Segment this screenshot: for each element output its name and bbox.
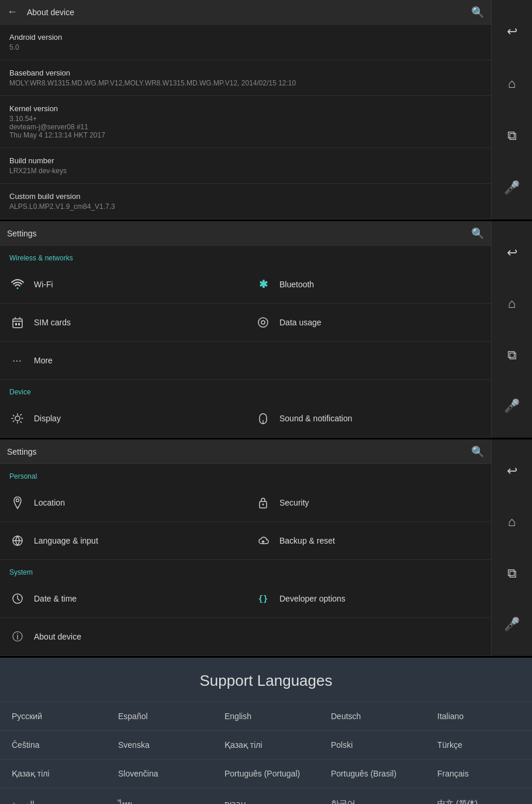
backup-item[interactable]: Backup & reset — [246, 522, 491, 560]
android-version-value: 5.0 — [9, 43, 482, 51]
language-row: РусскийEspañolEnglishDeutschItaliano — [0, 702, 532, 731]
build-number-row: Build number LRX21M dev-keys — [0, 148, 491, 184]
recents-icon[interactable]: ⧉ — [499, 123, 525, 149]
search-button[interactable]: 🔍 — [471, 6, 484, 19]
custom-build-value: ALPS.L0.MP2.V1.9_cm84_V1.7.3 — [9, 202, 482, 211]
developer-item[interactable]: {} Developer options — [246, 580, 491, 618]
build-number-value: LRX21M dev-keys — [9, 167, 482, 175]
search-icon[interactable]: 🔍 — [471, 227, 484, 240]
security-label: Security — [279, 498, 309, 507]
kernel-version-label: Kernel version — [9, 104, 482, 113]
wifi-item[interactable]: Wi-Fi — [0, 266, 246, 304]
sound-label: Sound & notification — [279, 414, 353, 423]
language-cell: Қазақ тілі — [0, 760, 106, 788]
home-icon[interactable]: ⌂ — [499, 71, 525, 97]
panel1-sidebar: ↩ ⌂ ⧉ 🎤 — [491, 0, 532, 219]
about-device-topbar: ← About device 🔍 — [0, 0, 491, 25]
svg-point-7 — [16, 499, 19, 502]
home-icon[interactable]: ⌂ — [499, 291, 525, 317]
device-section-header: Device — [0, 380, 491, 400]
svg-rect-0 — [13, 319, 22, 328]
settings-personal-content: Settings 🔍 Personal Location — [0, 439, 491, 656]
back-icon[interactable]: ↩ — [499, 240, 525, 266]
settings-personal-panel: Settings 🔍 Personal Location — [0, 439, 532, 658]
panel3-sidebar: ↩ ⌂ ⧉ 🎤 — [491, 439, 532, 656]
build-number-label: Build number — [9, 156, 482, 165]
more-item[interactable]: ⋯ More — [0, 342, 491, 380]
about-icon: ⓘ — [9, 628, 26, 645]
bluetooth-item[interactable]: ✱ Bluetooth — [246, 266, 491, 304]
language-cell: Polski — [319, 731, 426, 760]
datausage-icon — [255, 314, 271, 331]
baseband-version-row: Baseband version MOLY.WR8.W1315.MD.WG.MP… — [0, 60, 491, 96]
android-version-label: Android version — [9, 33, 482, 42]
device-grid: Display Sound & notification — [0, 400, 491, 438]
datetime-label: Date & time — [34, 594, 77, 603]
settings2-title: Settings — [7, 447, 471, 456]
settings2-topbar: Settings 🔍 — [0, 439, 491, 464]
wifi-label: Wi-Fi — [34, 280, 53, 289]
display-icon — [9, 410, 26, 427]
system-grid: Date & time {} Developer options ⓘ About… — [0, 580, 491, 656]
recents-icon[interactable]: ⧉ — [499, 561, 525, 586]
language-cell: Slovenčina — [106, 760, 213, 788]
datausage-label: Data usage — [279, 318, 322, 327]
simcards-item[interactable]: SIM cards — [0, 304, 246, 342]
about-device-title: About device — [27, 8, 471, 17]
language-cell: English — [213, 702, 319, 731]
language-cell: العربية — [0, 788, 106, 805]
svg-point-4 — [261, 321, 265, 324]
mic-icon[interactable]: 🎤 — [499, 611, 525, 637]
system-section-header: System — [0, 560, 491, 580]
wireless-section-header: Wireless & networks — [0, 246, 491, 266]
language-cell: עברית — [213, 788, 319, 805]
baseband-version-value: MOLY.WR8.W1315.MD.WG.MP.V12,MOLY.WR8.W13… — [9, 79, 482, 87]
bluetooth-label: Bluetooth — [279, 280, 314, 289]
wireless-grid: Wi-Fi ✱ Bluetooth SIM cards — [0, 266, 491, 380]
sound-icon — [255, 410, 271, 427]
svg-point-5 — [15, 416, 20, 421]
about-item[interactable]: ⓘ About device — [0, 618, 491, 656]
recents-icon[interactable]: ⧉ — [499, 342, 525, 368]
mic-icon[interactable]: 🎤 — [499, 393, 525, 419]
display-item[interactable]: Display — [0, 400, 246, 438]
language-row: العربيةไทยעברית한국어中文 (简体) — [0, 788, 532, 805]
language-cell: Español — [106, 702, 213, 731]
mic-icon[interactable]: 🎤 — [499, 175, 525, 201]
location-label: Location — [34, 498, 65, 507]
svg-point-3 — [258, 318, 268, 327]
home-icon[interactable]: ⌂ — [499, 509, 525, 535]
settings-topbar: Settings 🔍 — [0, 221, 491, 246]
backup-label: Backup & reset — [279, 536, 335, 545]
back-button[interactable]: ← — [7, 6, 18, 18]
language-cell: 中文 (简体) — [426, 788, 532, 805]
language-item[interactable]: Language & input — [0, 522, 246, 560]
about-label: About device — [34, 632, 81, 641]
language-icon — [9, 532, 26, 549]
datetime-item[interactable]: Date & time — [0, 580, 246, 618]
language-cell: Қазақ тілі — [213, 731, 319, 760]
security-icon — [255, 494, 271, 511]
datetime-icon — [9, 590, 26, 607]
security-item[interactable]: Security — [246, 484, 491, 522]
more-icon: ⋯ — [9, 352, 26, 369]
back-icon[interactable]: ↩ — [499, 458, 525, 484]
about-device-panel: ← About device 🔍 Android version 5.0 Bas… — [0, 0, 532, 221]
search2-icon[interactable]: 🔍 — [471, 445, 484, 458]
location-item[interactable]: Location — [0, 484, 246, 522]
datausage-item[interactable]: Data usage — [246, 304, 491, 342]
svg-rect-2 — [18, 323, 20, 325]
sound-item[interactable]: Sound & notification — [246, 400, 491, 438]
settings-title: Settings — [7, 229, 471, 238]
settings-wireless-panel: Settings 🔍 Wireless & networks Wi-Fi ✱ B — [0, 221, 532, 439]
simcards-icon — [9, 314, 26, 331]
language-cell: Čeština — [0, 731, 106, 760]
settings-wireless-content: Settings 🔍 Wireless & networks Wi-Fi ✱ B — [0, 221, 491, 438]
personal-section-header: Personal — [0, 464, 491, 484]
wifi-icon — [9, 276, 26, 293]
back-icon[interactable]: ↩ — [499, 19, 525, 44]
custom-build-label: Custom build version — [9, 192, 482, 201]
developer-label: Developer options — [279, 594, 346, 603]
svg-point-6 — [262, 420, 264, 421]
location-icon — [9, 494, 26, 511]
